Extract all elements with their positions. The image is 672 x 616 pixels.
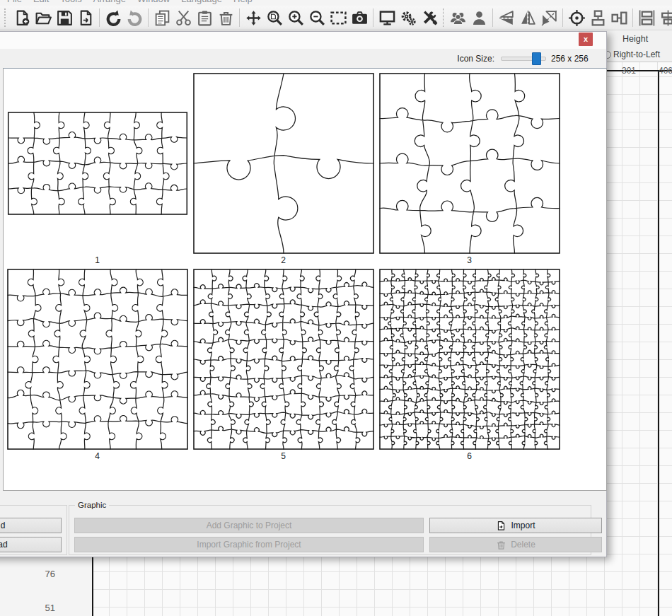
zoom-page-icon[interactable] xyxy=(264,7,285,28)
dialog-top-strip xyxy=(0,32,606,49)
flip-vertical-icon[interactable] xyxy=(496,7,517,28)
paste-icon[interactable] xyxy=(194,7,215,28)
menu-item-language[interactable]: Language xyxy=(181,0,222,6)
menu-bar: FileEditToolsArrangeWindowLanguageHelp xyxy=(0,0,672,6)
template-item-3[interactable]: 3 xyxy=(376,69,562,265)
user-icon[interactable] xyxy=(468,7,489,28)
copy-icon[interactable] xyxy=(151,7,173,28)
delete-label: Delete xyxy=(511,540,535,550)
marquee-select-icon[interactable] xyxy=(328,7,349,28)
import-label: Import xyxy=(511,521,535,530)
template-number: 5 xyxy=(190,452,376,461)
flip-horizontal-icon[interactable] xyxy=(517,7,538,28)
toolbar-separator xyxy=(562,8,563,27)
slider-handle[interactable] xyxy=(532,52,541,65)
save-icon[interactable] xyxy=(54,7,75,28)
settings-gears-icon[interactable] xyxy=(398,7,419,28)
import-button[interactable]: Import xyxy=(429,518,602,533)
menu-item-arrange[interactable]: Arrange xyxy=(93,0,126,6)
puzzle-thumbnail xyxy=(376,269,562,450)
toolbar-separator xyxy=(443,8,444,27)
icon-size-label: Icon Size: xyxy=(457,54,494,64)
icon-size-value: 256 x 256 xyxy=(551,54,590,64)
puzzle-thumbnail xyxy=(190,73,376,254)
page-boundary-right xyxy=(658,70,659,616)
new-file-icon[interactable] xyxy=(11,7,33,28)
ruler-label-x1: 301 xyxy=(618,66,639,76)
ruler-label-x2: 406 xyxy=(655,66,672,76)
template-list: 123456 xyxy=(3,68,607,491)
icon-size-row: Icon Size: 256 x 256 xyxy=(0,49,606,68)
template-item-4[interactable]: 4 xyxy=(4,265,190,461)
template-number: 6 xyxy=(376,452,562,461)
puzzle-thumbnail xyxy=(4,269,190,450)
height-field-label: Height 15.00 xyxy=(607,31,672,47)
trash-icon xyxy=(496,540,506,550)
trash-icon[interactable] xyxy=(215,7,236,28)
redo-icon[interactable] xyxy=(124,7,145,28)
menu-item-file[interactable]: File xyxy=(7,0,22,6)
import-icon xyxy=(496,521,506,531)
add-graphic-button[interactable]: Add Graphic to Project xyxy=(74,518,424,533)
close-icon: x xyxy=(584,35,588,43)
toolbar-separator xyxy=(632,8,633,27)
delete-button[interactable]: Delete xyxy=(429,537,602,552)
open-folder-icon[interactable] xyxy=(33,7,54,28)
monitor-icon[interactable] xyxy=(376,7,398,28)
ruler-label-y2: 51 xyxy=(40,603,55,613)
puzzle-thumbnail xyxy=(190,269,376,450)
move-icon[interactable] xyxy=(243,7,264,28)
zoom-in-icon[interactable] xyxy=(285,7,306,28)
template-item-2[interactable]: 2 xyxy=(190,69,376,265)
toolbar-separator xyxy=(492,8,493,27)
tools-wrench-icon[interactable] xyxy=(419,7,440,28)
cutoff-button-1-label: d xyxy=(1,521,6,530)
import-graphic-from-project-label: Import Graphic from Project xyxy=(197,540,301,550)
toolbar-drag-handle[interactable] xyxy=(4,8,8,27)
right-to-left-label: Right-to-Left xyxy=(613,50,660,59)
puzzle-thumbnail xyxy=(376,73,562,254)
graphics-library-dialog: x Icon Size: 256 x 256 123456 d ad Graph… xyxy=(0,31,607,557)
add-graphic-label: Add Graphic to Project xyxy=(207,521,292,530)
template-number: 2 xyxy=(190,256,376,265)
center-target-icon[interactable] xyxy=(566,7,587,28)
menu-item-tools[interactable]: Tools xyxy=(60,0,81,6)
right-to-left-option[interactable]: Right-to-Left xyxy=(607,47,672,62)
template-item-1[interactable]: 1 xyxy=(4,69,190,265)
distribute-vertical-icon[interactable] xyxy=(657,7,672,28)
graphic-group: Graphic Add Graphic to Project Import Gr… xyxy=(69,505,591,555)
menu-item-help[interactable]: Help xyxy=(233,0,253,6)
template-number: 1 xyxy=(4,256,190,265)
undo-icon[interactable] xyxy=(103,7,124,28)
toolbar-separator xyxy=(373,8,373,27)
distribute-horizontal-icon[interactable] xyxy=(636,7,657,28)
close-button[interactable]: x xyxy=(579,33,593,46)
menu-item-edit[interactable]: Edit xyxy=(33,0,49,6)
template-number: 4 xyxy=(4,452,190,461)
template-number: 3 xyxy=(376,256,562,265)
align-vertical-icon[interactable] xyxy=(587,7,608,28)
icon-size-slider[interactable] xyxy=(501,57,546,61)
menu-item-window[interactable]: Window xyxy=(137,0,170,6)
cut-icon[interactable] xyxy=(173,7,194,28)
mirror-diagonal-icon[interactable] xyxy=(538,7,560,28)
toolbar-separator xyxy=(148,8,149,27)
app-window: FileEditToolsArrangeWindowLanguageHelp 3… xyxy=(0,0,672,616)
align-horizontal-icon[interactable] xyxy=(608,7,630,28)
toolbar-separator xyxy=(239,8,240,27)
template-item-5[interactable]: 5 xyxy=(190,265,376,461)
zoom-out-icon[interactable] xyxy=(306,7,328,28)
template-item-6[interactable]: 6 xyxy=(376,265,562,461)
puzzle-thumbnail xyxy=(4,73,190,254)
cutoff-button-2-label: ad xyxy=(0,540,8,550)
cutoff-button-1[interactable]: d xyxy=(0,518,62,533)
toolbar-separator xyxy=(99,8,100,27)
graphic-group-title: Graphic xyxy=(75,501,109,509)
main-toolbar xyxy=(0,6,672,30)
group-users-icon[interactable] xyxy=(447,7,468,28)
left-button-group: d ad xyxy=(0,505,67,555)
camera-icon[interactable] xyxy=(349,7,370,28)
cutoff-button-2[interactable]: ad xyxy=(0,537,62,552)
import-graphic-from-project-button[interactable]: Import Graphic from Project xyxy=(74,537,424,552)
import-file-icon[interactable] xyxy=(75,7,96,28)
